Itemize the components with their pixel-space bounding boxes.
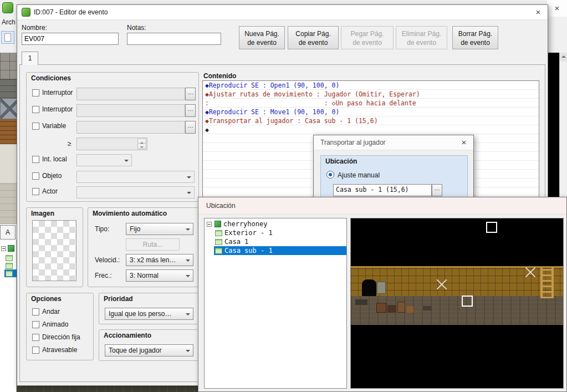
- chevron-down-icon: [124, 160, 129, 164]
- through-checkbox[interactable]: [32, 347, 39, 354]
- name-input[interactable]: [22, 33, 119, 45]
- event-editor-titlebar[interactable]: ID:007 - Editor de evento ×: [17, 5, 548, 20]
- tileset-palette-mid[interactable]: [0, 183, 17, 224]
- actor-checkbox[interactable]: [32, 188, 39, 195]
- map-barrel-sprite: [397, 302, 405, 313]
- tree-expander-icon[interactable]: [1, 246, 6, 251]
- map-spiderweb: [525, 267, 535, 277]
- item-checkbox[interactable]: [32, 172, 39, 180]
- priority-title: Prioridad: [104, 295, 133, 303]
- event-command-line[interactable]: ◆: [205, 126, 538, 135]
- movement-speed-select[interactable]: 3: x2 más len…: [126, 254, 193, 266]
- transfer-location-group: Ubicación Ajuste manual Casa sub - 1 (15…: [320, 155, 468, 202]
- walk-checkbox[interactable]: [32, 308, 39, 315]
- bg-map-tree[interactable]: [0, 240, 17, 392]
- map-selection-cursor: [462, 296, 473, 307]
- map-scrollbar[interactable]: [559, 53, 567, 198]
- event-command-line[interactable]: : : ◇Un paso hacia delante: [205, 99, 538, 108]
- chevron-down-icon: [186, 228, 190, 233]
- main-window-close-button[interactable]: ×: [551, 3, 563, 14]
- variable-label: Variable: [42, 122, 66, 130]
- tree-item-casa-sub-1[interactable]: Casa sub - 1: [205, 246, 346, 255]
- delete-page-button: Eliminar Pág. de evento: [396, 26, 447, 49]
- animated-checkbox[interactable]: [32, 321, 39, 328]
- variable-browse-button[interactable]: ···: [185, 121, 196, 134]
- variable-value-spinner: [76, 138, 147, 150]
- map-furniture-sprite: [376, 303, 386, 313]
- location-map-tree[interactable]: cherryhoney Exterior - 1 Casa 1 Casa sub…: [204, 218, 347, 389]
- transfer-titlebar[interactable]: Transportar al jugador ×: [314, 135, 473, 150]
- map-icon: [215, 239, 222, 245]
- item-label: Objeto: [42, 172, 62, 180]
- paste-page-button: Pegar Pág. de evento: [341, 26, 394, 49]
- notes-input[interactable]: [127, 33, 221, 45]
- tree-expander-icon[interactable]: [207, 222, 212, 227]
- event-command-line[interactable]: ◆Transportar al jugador : Casa sub - 1 (…: [205, 117, 538, 126]
- movement-type-select[interactable]: Fijo: [126, 223, 193, 235]
- close-icon[interactable]: ×: [532, 7, 544, 18]
- toolbar-new-icon[interactable]: [1, 31, 14, 44]
- bg-tree-selected-row[interactable]: [4, 269, 17, 277]
- map-ladder: [540, 267, 554, 298]
- switch1-browse-button[interactable]: ···: [185, 88, 196, 100]
- close-icon[interactable]: ×: [458, 137, 470, 148]
- clear-page-button[interactable]: Borrar Pág. de evento: [452, 26, 498, 49]
- palette-tab-a[interactable]: A: [0, 225, 16, 240]
- switch2-checkbox[interactable]: [32, 106, 39, 113]
- transfer-group-title: Ubicación: [325, 157, 357, 165]
- transfer-browse-button[interactable]: ···: [432, 184, 442, 196]
- tree-item-exterior-1[interactable]: Exterior - 1: [205, 228, 346, 237]
- event-command-line[interactable]: ◆Ajustar rutas de movimiento : Jugador (…: [205, 90, 538, 99]
- scrollbar-up-icon[interactable]: [560, 53, 567, 62]
- movement-type-label: Tipo:: [95, 225, 109, 233]
- route-button: Ruta...: [126, 238, 180, 251]
- map-floor-patch: [423, 306, 432, 310]
- trigger-select[interactable]: Toque del jugador: [105, 344, 193, 357]
- transfer-destination-field[interactable]: Casa sub - 1 (15,6): [333, 184, 432, 196]
- chevron-down-icon: [186, 350, 190, 354]
- priority-select[interactable]: Igual que los perso…: [105, 308, 193, 320]
- transfer-title: Transportar al jugador: [320, 139, 386, 146]
- map-preview[interactable]: [350, 218, 564, 389]
- event-command-line[interactable]: ◆Reproducir SE : Move1 (90, 100, 0): [205, 108, 538, 117]
- options-group: Opciones Andar Animado Dirección fija At…: [26, 293, 94, 360]
- movement-speed-label: Velocid.:: [95, 256, 120, 264]
- walk-label: Andar: [42, 308, 60, 315]
- chevron-down-icon: [186, 275, 190, 279]
- tree-item-casa-1[interactable]: Casa 1: [205, 237, 346, 246]
- direct-designation-radio[interactable]: [326, 171, 334, 179]
- switch2-browse-button[interactable]: ···: [185, 104, 196, 117]
- map-icon: [6, 255, 13, 261]
- tileset-palette-light[interactable]: [0, 144, 17, 183]
- menu-archivo[interactable]: Arch: [2, 18, 16, 26]
- copy-page-button[interactable]: Copiar Pág. de evento: [288, 26, 339, 49]
- switch1-checkbox[interactable]: [32, 89, 39, 96]
- movement-freq-select[interactable]: 3: Normal: [126, 269, 193, 282]
- trigger-title: Accionamiento: [104, 332, 151, 339]
- tree-item-label: Casa sub - 1: [224, 247, 273, 254]
- location-titlebar[interactable]: Ubicación: [198, 197, 566, 215]
- conditions-group: Condiciones Interruptor ··· Interruptor …: [26, 72, 199, 202]
- event-image-box[interactable]: [32, 220, 76, 281]
- location-dialog: Ubicación cherryhoney Exterior - 1 Casa …: [198, 197, 567, 392]
- chevron-down-icon: [187, 192, 191, 196]
- fixed-direction-label: Dirección fija: [42, 333, 80, 341]
- page-tab-1[interactable]: 1: [22, 52, 38, 65]
- bg-map-editor-tiles: [17, 385, 198, 392]
- map-spiderweb: [437, 279, 447, 289]
- movement-freq-label: Frec.:: [95, 272, 112, 279]
- switch1-field: [76, 88, 185, 100]
- variable-checkbox[interactable]: [32, 123, 39, 130]
- event-command-line[interactable]: ◆Reproducir SE : Open1 (90, 100, 0): [205, 82, 538, 90]
- name-label: Nombre:: [22, 24, 47, 32]
- switch2-label: Interruptor: [42, 105, 73, 113]
- tree-item-cherryhoney[interactable]: cherryhoney: [205, 220, 346, 228]
- self-switch-checkbox[interactable]: [32, 156, 39, 163]
- project-icon: [8, 245, 14, 252]
- movement-title: Movimiento automático: [93, 210, 167, 217]
- fixed-direction-checkbox[interactable]: [32, 334, 39, 341]
- main-toolbar-fragment: [547, 17, 567, 53]
- map-marker-top: [486, 222, 497, 233]
- self-switch-select: [76, 154, 132, 166]
- new-page-button[interactable]: Nueva Pág. de evento: [239, 26, 285, 49]
